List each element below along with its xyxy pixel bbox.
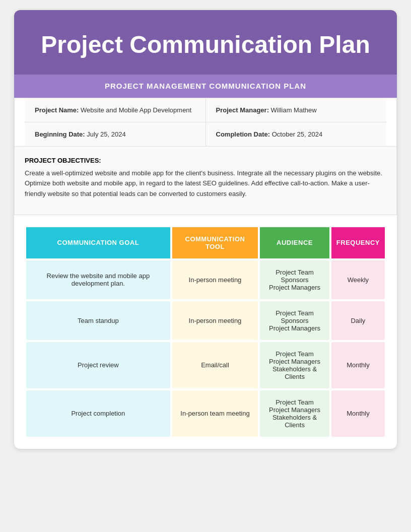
- cell-frequency-0: Weekly: [331, 260, 385, 299]
- cell-goal-3: Project completion: [26, 390, 170, 437]
- project-name-cell: Project Name: Website and Mobile App Dev…: [25, 98, 206, 122]
- project-manager-cell: Project Manager: William Mathew: [206, 98, 387, 122]
- info-row-dates: Beginning Date: July 25, 2024 Completion…: [25, 122, 386, 146]
- objectives-title: PROJECT OBJECTIVES:: [25, 157, 386, 164]
- cell-goal-0: Review the website and mobile app develo…: [26, 260, 170, 299]
- header-audience: AUDIENCE: [260, 227, 329, 258]
- objectives-text: Create a well-optimized website and mobi…: [25, 168, 386, 200]
- cell-tool-3: In-person team meeting: [172, 390, 258, 437]
- cell-tool-2: Email/call: [172, 342, 258, 388]
- info-row-name: Project Name: Website and Mobile App Dev…: [25, 98, 386, 122]
- cell-frequency-2: Monthly: [331, 342, 385, 388]
- cell-tool-1: In-person meeting: [172, 301, 258, 340]
- objectives-section: PROJECT OBJECTIVES: Create a well-optimi…: [14, 147, 397, 215]
- cell-audience-0: Project TeamSponsorsProject Managers: [260, 260, 329, 299]
- subheader-text: PROJECT MANAGEMENT COMMUNICATION PLAN: [105, 82, 306, 90]
- table-row: Project completion In-person team meetin…: [26, 390, 385, 437]
- header-frequency: FREQUENCY: [331, 227, 385, 258]
- cell-goal-2: Project review: [26, 342, 170, 388]
- page-container: Project Communication Plan PROJECT MANAG…: [14, 10, 397, 449]
- table-row: Project review Email/call Project TeamPr…: [26, 342, 385, 388]
- communication-table: COMMUNICATION GOAL COMMUNICATION TOOL AU…: [24, 225, 387, 439]
- cell-tool-0: In-person meeting: [172, 260, 258, 299]
- info-section: Project Name: Website and Mobile App Dev…: [14, 98, 397, 147]
- cell-frequency-1: Daily: [331, 301, 385, 340]
- header-section: Project Communication Plan: [14, 10, 397, 75]
- table-row: Team standup In-person meeting Project T…: [26, 301, 385, 340]
- table-row: Review the website and mobile app develo…: [26, 260, 385, 299]
- subheader-section: PROJECT MANAGEMENT COMMUNICATION PLAN: [14, 75, 397, 98]
- table-header-row: COMMUNICATION GOAL COMMUNICATION TOOL AU…: [26, 227, 385, 258]
- completion-date-cell: Completion Date: October 25, 2024: [206, 122, 387, 146]
- cell-audience-3: Project TeamProject ManagersStakeholders…: [260, 390, 329, 437]
- header-tool: COMMUNICATION TOOL: [172, 227, 258, 258]
- page-title: Project Communication Plan: [29, 30, 382, 59]
- cell-audience-1: Project TeamSponsorsProject Managers: [260, 301, 329, 340]
- beginning-date-cell: Beginning Date: July 25, 2024: [25, 122, 206, 146]
- cell-audience-2: Project TeamProject ManagersStakeholders…: [260, 342, 329, 388]
- cell-frequency-3: Monthly: [331, 390, 385, 437]
- header-goal: COMMUNICATION GOAL: [26, 227, 170, 258]
- table-section: COMMUNICATION GOAL COMMUNICATION TOOL AU…: [14, 215, 397, 449]
- cell-goal-1: Team standup: [26, 301, 170, 340]
